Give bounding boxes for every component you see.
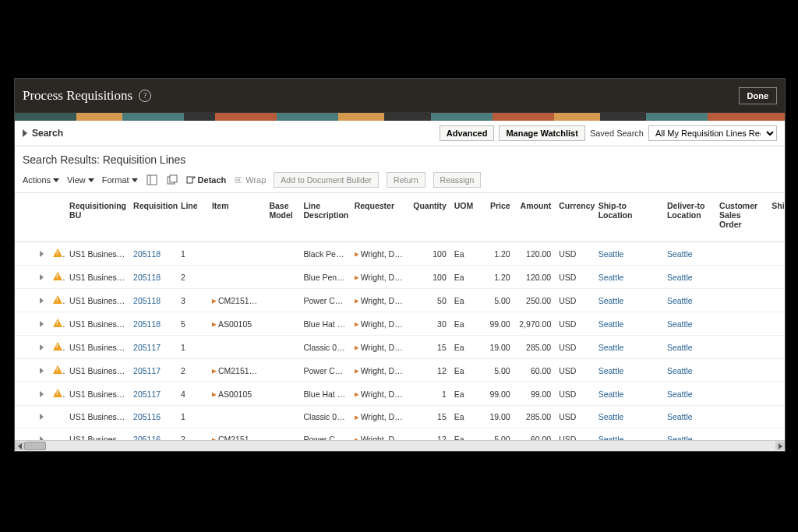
reassign-button[interactable]: Reassign (433, 172, 482, 188)
cell-line: 4 (177, 382, 208, 406)
expand-icon[interactable] (40, 391, 44, 397)
cell-line: 3 (177, 289, 208, 312)
deliverto-link[interactable]: Seattle (667, 296, 693, 305)
return-button[interactable]: Return (387, 172, 425, 188)
deliverto-link[interactable]: Seattle (667, 366, 693, 375)
detach-link[interactable]: Detach (186, 175, 227, 185)
expand-icon[interactable] (40, 344, 44, 351)
warning-icon (53, 365, 62, 374)
shipto-link[interactable]: Seattle (598, 412, 624, 421)
view-menu[interactable]: View (67, 175, 94, 185)
item-marker-icon (212, 322, 217, 327)
cell-amount: 60.00 (514, 428, 556, 441)
table-row[interactable]: US1 Business U...2051171Classic 0.5 mmWr… (15, 336, 785, 359)
manage-watchlist-button[interactable]: Manage Watchlist (499, 125, 585, 141)
col-amount[interactable]: Amount (514, 193, 556, 242)
col-shipto-party[interactable]: Ship-to Part (768, 193, 785, 242)
advanced-button[interactable]: Advanced (440, 125, 495, 141)
col-line-desc[interactable]: Line Description (300, 193, 351, 242)
table-row[interactable]: US1 Business U...2051174AS00105Blue Hat … (15, 382, 785, 406)
col-base-model[interactable]: Base Model (265, 193, 299, 242)
deliverto-link[interactable]: Seattle (667, 249, 693, 259)
col-shipto[interactable]: Ship-to Location (595, 193, 663, 242)
deliverto-link[interactable]: Seattle (667, 435, 693, 440)
deliverto-link[interactable]: Seattle (667, 273, 693, 282)
table-row[interactable]: US1 Business U...2051182Blue Pens 12 PWr… (15, 266, 785, 289)
scroll-thumb[interactable] (24, 442, 46, 450)
col-req-bu[interactable]: Requisitioning BU (65, 193, 129, 242)
col-quantity[interactable]: Quantity (409, 193, 450, 242)
col-requisition[interactable]: Requisition (129, 193, 177, 242)
expand-icon[interactable] (40, 298, 44, 304)
shipto-link[interactable]: Seattle (598, 389, 624, 399)
table-row[interactable]: US1 Business U...2051185AS00105Blue Hat … (15, 312, 785, 336)
expand-icon[interactable] (40, 321, 44, 327)
warning-icon (53, 342, 62, 351)
expand-icon[interactable] (40, 414, 44, 420)
deliverto-link[interactable]: Seattle (667, 319, 693, 329)
search-label: Search (32, 128, 63, 139)
wrap-link[interactable]: Wrap (234, 175, 266, 185)
scroll-left-icon[interactable] (15, 442, 24, 450)
warning-icon (53, 389, 62, 397)
requisition-link[interactable]: 205117 (133, 343, 161, 352)
format-menu[interactable]: Format (102, 175, 138, 185)
table-row[interactable]: US1 Business U...2051161Classic 0.5 mmWr… (15, 406, 785, 428)
help-icon[interactable]: ? (139, 90, 151, 102)
deliverto-link[interactable]: Seattle (667, 412, 693, 421)
deliverto-link[interactable]: Seattle (667, 389, 693, 399)
cell-line: 1 (177, 336, 208, 359)
requisition-link[interactable]: 205116 (133, 435, 161, 440)
cell-qty: 100 (409, 266, 450, 289)
requisition-link[interactable]: 205117 (133, 366, 161, 375)
shipto-link[interactable]: Seattle (598, 435, 624, 440)
cell-bu: US1 Business U... (65, 359, 129, 382)
requisition-link[interactable]: 205116 (133, 412, 161, 421)
shipto-link[interactable]: Seattle (598, 366, 624, 375)
shipto-link[interactable]: Seattle (598, 249, 624, 259)
deliverto-link[interactable]: Seattle (667, 343, 693, 352)
requisition-link[interactable]: 205118 (133, 319, 161, 329)
requisition-table: Requisitioning BU Requisition Line Item … (15, 193, 785, 440)
col-cso[interactable]: Customer Sales Order (715, 193, 768, 242)
cell-item (208, 336, 266, 359)
scroll-right-icon[interactable] (775, 442, 785, 450)
cell-currency: USD (555, 359, 594, 382)
detach-icon[interactable] (166, 174, 178, 186)
table-row[interactable]: US1 Business U...2051183CM2151101Power C… (15, 289, 785, 312)
col-price[interactable]: Price (475, 193, 514, 242)
table-row[interactable]: US1 Business U...2051162CM2151101Power C… (15, 428, 785, 441)
requisition-link[interactable]: 205118 (133, 249, 161, 259)
cell-requester: Wright, David (351, 406, 410, 428)
expand-icon[interactable] (40, 368, 44, 374)
done-button[interactable]: Done (739, 87, 778, 104)
cell-bu: US1 Business U... (65, 336, 129, 359)
col-item[interactable]: Item (208, 193, 266, 242)
add-doc-builder-button[interactable]: Add to Document Builder (274, 172, 379, 188)
cell-item: CM2151101 (208, 289, 266, 312)
cell-bu: US1 Business U... (65, 289, 129, 312)
requisition-link[interactable]: 205117 (133, 389, 161, 399)
cell-currency: USD (555, 266, 594, 289)
expand-icon[interactable] (40, 274, 44, 280)
shipto-link[interactable]: Seattle (598, 343, 624, 352)
col-deliverto[interactable]: Deliver-to Location (663, 193, 715, 242)
saved-search-select[interactable]: All My Requisition Lines Requiring Actio… (648, 125, 777, 141)
grid[interactable]: Requisitioning BU Requisition Line Item … (15, 193, 785, 440)
shipto-link[interactable]: Seattle (598, 273, 624, 282)
freeze-icon[interactable] (146, 174, 158, 186)
requisition-link[interactable]: 205118 (133, 273, 161, 282)
requisition-link[interactable]: 205118 (133, 296, 161, 305)
table-row[interactable]: US1 Business U...2051181Black Pens 12 PW… (15, 242, 785, 266)
table-row[interactable]: US1 Business U...2051172CM2151101Power C… (15, 359, 785, 382)
expand-icon[interactable] (40, 251, 44, 257)
col-currency[interactable]: Currency (555, 193, 594, 242)
horizontal-scrollbar[interactable] (15, 440, 785, 451)
shipto-link[interactable]: Seattle (598, 296, 624, 305)
search-toggle[interactable]: Search (23, 128, 63, 139)
actions-menu[interactable]: Actions (23, 175, 59, 185)
col-requester[interactable]: Requester (351, 193, 410, 242)
col-line[interactable]: Line (177, 193, 208, 242)
col-uom[interactable]: UOM (450, 193, 475, 242)
shipto-link[interactable]: Seattle (598, 319, 624, 329)
